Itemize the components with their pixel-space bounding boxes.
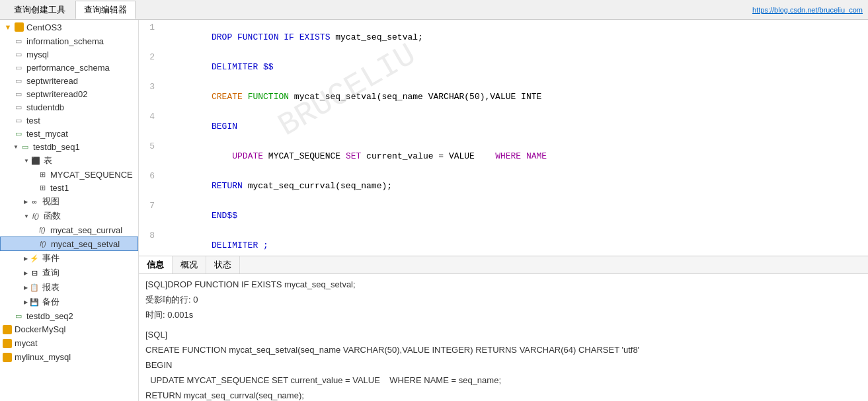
top-bar: 查询创建工具 查询编辑器 https://blog.csdn.net/bruce… [0,0,868,20]
sidebar-item-views-group[interactable]: ▶ ∞ 视图 [0,194,138,209]
result-line-4: [SQL] [145,328,861,342]
tab-info[interactable]: 信息 [139,256,173,273]
code-line-7: 7 END$$ [139,201,868,231]
funcs-label: 函数 [44,210,61,222]
set-expr: current_value = VALUE [366,151,495,161]
result-line-2: 受影响的行: 0 [145,293,861,307]
sidebar-item-mylinux-mysql[interactable]: mylinux_mysql [0,350,138,364]
func-group-icon: f() [30,211,41,221]
sidebar-item-septwriteread[interactable]: ▭ septwriteread [0,74,138,87]
centos3-icon [15,22,24,32]
code-line-8: 8 DELIMITER ; [139,231,868,256]
view-group-icon: ∞ [29,196,40,207]
sidebar-item-funcs-group[interactable]: ▼ f() 函数 [0,209,138,223]
sidebar: ▼ CentOS3 ▭ information_schema ▭ mysql ▭… [0,20,139,401]
mysql-label: mysql [26,50,49,59]
sidebar-item-studentdb[interactable]: ▭ studentdb [0,100,138,114]
tab-query-builder[interactable]: 查询创建工具 [5,1,74,19]
db-icon-sept2: ▭ [13,89,24,99]
sidebar-item-testdb-seq1[interactable]: ▼ ▭ testdb_seq1 [0,140,138,153]
table-icon-mycat-seq: ⊞ [37,169,48,180]
sidebar-item-mycat-sequence[interactable]: ⊞ MYCAT_SEQUENCE [0,168,138,181]
func-currval-label: mycat_seq_currval [50,225,122,235]
sidebar-item-tables-group[interactable]: ▼ ⬛ 表 [0,153,138,168]
views-expand-icon: ▶ [24,199,28,205]
code-line-4: 4 BEGIN [139,112,868,141]
kw-delimiter2: DELIMITER ; [212,240,268,250]
backups-expand-icon: ▶ [24,299,28,305]
septwriteread-label: septwriteread [26,76,78,86]
return-expr: mycat_seq_currval(seq_name); [248,181,392,191]
db-icon: ▭ [13,36,24,46]
line-content-3: CREATE FUNCTION mycat_seq_setval(seq_nam… [160,82,868,112]
sidebar-item-queries-group[interactable]: ▶ ⊟ 查询 [0,266,138,280]
line-num-6: 6 [139,171,160,181]
line-num-5: 5 [139,141,160,151]
tbl-name: MYCAT_SEQUENCE [268,151,346,161]
backups-group-icon: 💾 [29,297,40,307]
sidebar-centos3-label: CentOS3 [26,22,61,32]
line-num-2: 2 [139,52,160,62]
table-icon-test1: ⊞ [37,182,48,193]
tab-overview[interactable]: 概况 [173,256,206,273]
sidebar-item-centos3[interactable]: ▼ CentOS3 [0,20,138,34]
sidebar-item-reports-group[interactable]: ▶ 📋 报表 [0,280,138,295]
reports-expand-icon: ▶ [24,285,28,291]
line-content-8: DELIMITER ; [160,231,868,256]
sidebar-item-test-mycat[interactable]: ▭ test_mycat [0,127,138,140]
sidebar-item-test1[interactable]: ⊞ test1 [0,181,138,194]
sidebar-item-backups-group[interactable]: ▶ 💾 备份 [0,295,138,309]
func-sig: mycat_seq_setval(seq_name VARCHAR(50),VA… [289,92,541,102]
mycat-label: mycat [15,338,38,348]
line-num-8: 8 [139,231,160,240]
test-mycat-label: test_mycat [26,129,68,139]
sidebar-item-mycat[interactable]: mycat [0,336,138,350]
queries-label: 查询 [42,267,59,279]
func-currval-icon: f() [37,225,48,235]
editor-area[interactable]: BRUCELIU 1 DROP FUNCTION IF EXISTS mycat… [139,20,868,256]
db-icon-test: ▭ [13,115,24,126]
func-setval-icon: f() [38,238,48,249]
sidebar-item-events-group[interactable]: ▶ ⚡ 事件 [0,251,138,266]
code-line-6: 6 RETURN mycat_seq_currval(seq_name); [139,171,868,201]
testdb-seq2-label: testdb_seq2 [26,311,73,321]
db-icon-sept1: ▭ [13,75,24,86]
sidebar-item-perf-schema[interactable]: ▭ performance_schema [0,61,138,74]
mylinux-mysql-label: mylinux_mysql [15,352,71,362]
db-green-icon-seq1: ▭ [20,141,30,152]
line-content-2: DELIMITER $$ [160,52,868,82]
db-green-icon-test-mycat: ▭ [13,128,24,139]
sidebar-item-info-schema[interactable]: ▭ information_schema [0,34,138,48]
reports-label: 报表 [42,281,59,293]
sidebar-item-mysql[interactable]: ▭ mysql [0,48,138,61]
line-num-7: 7 [139,201,160,211]
sidebar-item-septwriteread02[interactable]: ▭ septwriteread02 [0,87,138,100]
kw-drop: DROP FUNCTION IF EXISTS [212,32,335,42]
tables-expand-icon: ▼ [24,158,29,164]
queries-group-icon: ⊟ [29,268,40,278]
perf-schema-label: performance_schema [26,63,110,73]
mylinux-icon [3,353,12,362]
sidebar-item-testdb-seq2[interactable]: ▭ testdb_seq2 [0,309,138,322]
bottom-panel: 信息 概况 状态 [SQL]DROP FUNCTION IF EXISTS my… [139,256,868,401]
sidebar-item-docker-mysql[interactable]: DockerMySql [0,322,138,336]
result-line-6: BEGIN [145,359,861,373]
kw-create: CREATE [212,92,248,102]
bottom-content: [SQL]DROP FUNCTION IF EXISTS mycat_seq_s… [139,274,868,401]
server-icon: ▼ [3,22,13,32]
db-green-icon-seq2: ▭ [13,310,24,321]
sidebar-item-func-setval[interactable]: f() mycat_seq_setval [0,237,138,251]
sidebar-item-test[interactable]: ▭ test [0,114,138,127]
sidebar-item-func-currval[interactable]: f() mycat_seq_currval [0,223,138,237]
db-icon-perf: ▭ [13,62,24,73]
info-schema-label: information_schema [26,36,104,46]
tab-status[interactable]: 状态 [206,256,240,273]
url-link[interactable]: https://blog.csdn.net/bruceliu_com [752,6,863,14]
docker-mysql-label: DockerMySql [15,324,65,334]
kw-update: UPDATE [232,151,268,161]
events-expand-icon: ▶ [24,256,28,262]
db-icon-mysql: ▭ [13,49,24,59]
code-line-2: 2 DELIMITER $$ [139,52,868,82]
tab-query-editor[interactable]: 查询编辑器 [75,1,136,19]
reports-group-icon: 📋 [29,282,40,293]
